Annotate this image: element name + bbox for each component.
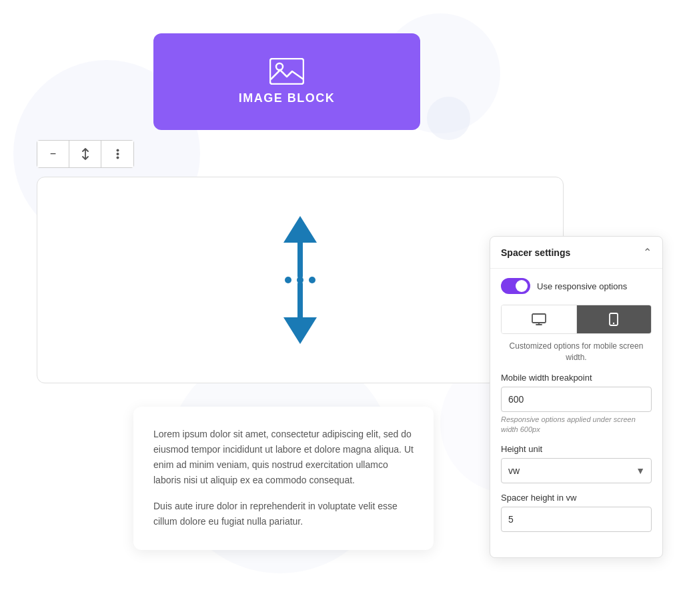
collapse-button[interactable]: ⌃ xyxy=(643,246,652,259)
toggle-label: Use responsive options xyxy=(537,281,627,291)
spacer-down-arrow xyxy=(280,281,320,347)
responsive-toggle[interactable] xyxy=(501,278,530,294)
height-unit-select[interactable]: px em rem vw vh % xyxy=(501,458,652,483)
svg-rect-9 xyxy=(532,314,546,323)
height-unit-field-group: Height unit px em rem vw vh % ▼ xyxy=(501,444,652,483)
toggle-track xyxy=(501,278,530,294)
arrows-updown-icon xyxy=(80,148,91,160)
image-block-label: IMAGE BLOCK xyxy=(239,91,335,105)
settings-body: Use responsive options xyxy=(490,269,662,544)
spacer-up-arrow xyxy=(280,213,320,279)
svg-point-13 xyxy=(613,323,614,324)
more-dots-icon xyxy=(116,149,119,159)
text-paragraph-1: Lorem ipsum dolor sit amet, consectetur … xyxy=(153,427,414,488)
svg-marker-8 xyxy=(283,317,317,344)
height-unit-label: Height unit xyxy=(501,444,652,454)
toggle-row: Use responsive options xyxy=(501,278,652,294)
svg-point-3 xyxy=(116,153,119,155)
desktop-view-button[interactable] xyxy=(502,305,577,333)
breakpoint-input[interactable] xyxy=(501,387,652,412)
remove-button[interactable]: − xyxy=(37,141,69,167)
spacer-height-input[interactable] xyxy=(501,507,652,532)
toggle-thumb xyxy=(516,280,528,292)
image-block-card: IMAGE BLOCK xyxy=(153,33,420,130)
svg-rect-0 xyxy=(270,59,303,84)
spacer-arrows xyxy=(280,213,320,347)
mobile-view-button[interactable] xyxy=(577,305,652,333)
svg-point-1 xyxy=(276,63,283,70)
text-paragraph-2: Duis aute irure dolor in reprehenderit i… xyxy=(153,499,414,529)
device-buttons xyxy=(501,305,652,334)
settings-panel: Spacer settings ⌃ Use responsive options xyxy=(490,236,663,558)
desktop-icon xyxy=(532,313,546,325)
main-canvas: IMAGE BLOCK − xyxy=(0,0,683,616)
settings-header: Spacer settings ⌃ xyxy=(490,237,662,269)
spacer-height-field-group: Spacer height in vw xyxy=(501,493,652,535)
text-content-card: Lorem ipsum dolor sit amet, consectetur … xyxy=(133,407,434,550)
breakpoint-label: Mobile width breakpoint xyxy=(501,373,652,383)
settings-title: Spacer settings xyxy=(501,247,570,258)
height-unit-select-wrapper: px em rem vw vh % ▼ xyxy=(501,458,652,483)
spacer-height-label: Spacer height in vw xyxy=(501,493,652,503)
more-options-button[interactable] xyxy=(101,141,133,167)
svg-point-2 xyxy=(116,149,119,152)
device-note: Customized options for mobile screen wid… xyxy=(501,341,652,363)
block-toolbar: − xyxy=(37,140,134,168)
breakpoint-field-group: Mobile width breakpoint Responsive optio… xyxy=(501,373,652,435)
breakpoint-hint: Responsive options applied under screen … xyxy=(501,415,652,435)
mobile-icon xyxy=(609,313,618,326)
svg-point-4 xyxy=(116,157,119,159)
spacer-block-card xyxy=(37,177,564,383)
reorder-button[interactable] xyxy=(69,141,101,167)
image-icon xyxy=(269,58,304,85)
svg-marker-5 xyxy=(283,216,317,243)
